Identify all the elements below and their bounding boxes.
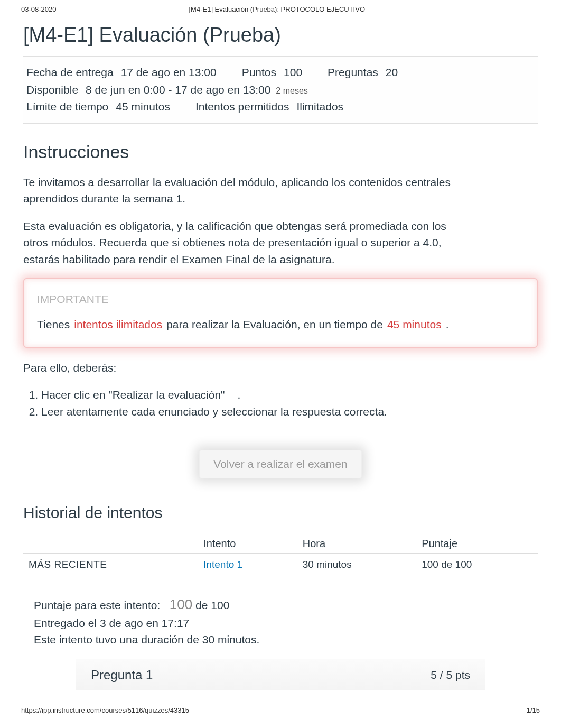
available-label: Disponible (26, 81, 78, 99)
score-summary: Puntaje para este intento: 100 de 100 En… (34, 594, 538, 648)
due-value: 17 de ago en 13:00 (121, 64, 217, 81)
duration-line: Este intento tuvo una duración de 30 min… (34, 631, 538, 648)
quiz-meta: Fecha de entrega 17 de ago en 13:00 Punt… (23, 56, 538, 124)
step-2: Leer atentamente cada enunciado y selecc… (41, 404, 538, 420)
print-header: 03-08-2020 [M4-E1] Evaluación (Prueba): … (0, 0, 561, 13)
points-value: 100 (284, 64, 302, 81)
important-red-2: 45 minutos (387, 318, 442, 331)
important-dot: . (446, 318, 449, 331)
footer-page: 1/15 (527, 706, 540, 714)
attempt-time: 30 minutos (297, 553, 417, 576)
print-date: 03-08-2020 (21, 5, 57, 13)
score-value: 100 (170, 596, 192, 612)
attempts-table: Intento Hora Puntaje MÁS RECIENTE Intent… (23, 535, 538, 576)
instructions-p1: Te invitamos a desarrollar la evaluación… (23, 174, 456, 207)
important-box: IMPORTANTE Tienes intentos ilimitados pa… (23, 278, 538, 348)
timelimit-label: Límite de tiempo (26, 98, 108, 116)
question-label: Pregunta 1 (91, 668, 153, 683)
col-attempt: Intento (198, 535, 297, 554)
print-footer: https://ipp.instructure.com/courses/5116… (0, 690, 561, 722)
instructions-p2: Esta evaluación es obligatoria, y la cal… (23, 218, 456, 268)
due-label: Fecha de entrega (26, 64, 114, 81)
important-text-2: para realizar la Evaluación, en un tiemp… (166, 318, 383, 331)
table-row: MÁS RECIENTE Intento 1 30 minutos 100 de… (23, 553, 538, 576)
score-of: de 100 (195, 599, 229, 611)
history-heading: Historial de intentos (23, 504, 538, 522)
timelimit-value: 45 minutos (116, 98, 170, 116)
attempts-allowed-value: Ilimitados (296, 98, 343, 116)
steps-intro: Para ello, deberás: (23, 360, 456, 376)
attempt-link[interactable]: Intento 1 (203, 559, 242, 570)
print-doc-title: [M4-E1] Evaluación (Prueba): PROTOCOLO E… (57, 5, 498, 13)
recent-label: MÁS RECIENTE (23, 553, 198, 576)
important-red-1: intentos ilimitados (74, 318, 162, 331)
retake-exam-button[interactable]: Volver a realizar el examen (199, 450, 361, 478)
score-line1-label: Puntaje para este intento: (34, 599, 160, 611)
attempt-score: 100 de 100 (416, 553, 538, 576)
questions-label: Preguntas (328, 64, 378, 81)
step-1: Hacer clic en "Realizar la evaluación" . (41, 387, 538, 403)
available-value: 8 de jun en 0:00 - 17 de ago en 13:00 (86, 81, 270, 99)
submitted-line: Entregado el 3 de ago en 17:17 (34, 615, 538, 632)
question-points: 5 / 5 pts (431, 669, 470, 681)
col-score: Puntaje (416, 535, 538, 554)
instructions-heading: Instrucciones (23, 142, 538, 162)
points-label: Puntos (242, 64, 276, 81)
footer-url: https://ipp.instructure.com/courses/5116… (21, 706, 189, 714)
page-title: [M4-E1] Evaluación (Prueba) (23, 24, 538, 47)
question-header: Pregunta 1 5 / 5 pts (76, 659, 485, 690)
important-text-1: Tienes (37, 318, 70, 331)
available-span: 2 meses (276, 85, 307, 98)
important-label: IMPORTANTE (37, 293, 524, 306)
attempts-allowed-label: Intentos permitidos (195, 98, 289, 116)
col-time: Hora (297, 535, 417, 554)
questions-value: 20 (386, 64, 398, 81)
steps-list: Hacer clic en "Realizar la evaluación" .… (23, 387, 538, 420)
